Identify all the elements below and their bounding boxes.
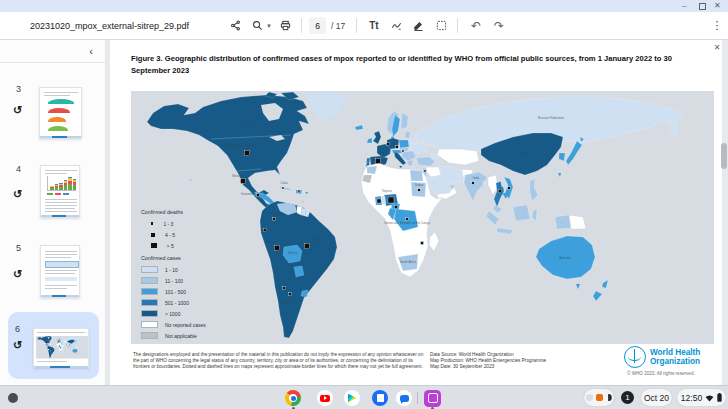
swatch-11-100 <box>141 277 158 285</box>
rotate-page-4-icon[interactable]: ↺ <box>13 189 22 200</box>
swatch-501-1000 <box>141 299 158 307</box>
svg-text:Democratic Republic of the Con: Democratic Republic of the Congo <box>384 221 430 225</box>
svg-text:United States of America: United States of America <box>226 144 259 148</box>
text-annotation-icon[interactable]: Tt <box>366 12 382 39</box>
rotate-page-5-icon[interactable]: ↺ <box>13 269 22 280</box>
notification-counter[interactable]: 1 <box>621 391 634 404</box>
legend-cases-row: 11 - 100 <box>141 275 206 286</box>
toolbar-separator <box>457 18 458 33</box>
window-titlebar: – ✕ <box>0 0 728 12</box>
page-5-thumbnail[interactable] <box>40 245 80 298</box>
launcher-icon[interactable] <box>8 393 18 403</box>
swatch-101-500 <box>141 288 158 296</box>
legend-deaths-row: 1 - 3 <box>141 218 206 229</box>
legend-deaths-row: > 5 <box>141 240 206 251</box>
svg-text:Bolivia: Bolivia <box>289 251 298 255</box>
tray-app-pill[interactable] <box>584 389 614 406</box>
swatch-1-10 <box>141 266 158 274</box>
page-4-thumbnail[interactable] <box>40 165 80 218</box>
svg-text:Sudan: Sudan <box>415 183 424 187</box>
legend-deaths-row: 4 - 5 <box>141 229 206 240</box>
page-6-thumbnail[interactable] <box>33 328 89 368</box>
restore-icon[interactable] <box>699 3 706 10</box>
legend-deaths-title: Confirmed deaths <box>141 209 206 215</box>
date-pill[interactable]: Oct 20 <box>641 389 672 406</box>
close-window-icon[interactable]: ✕ <box>714 1 721 11</box>
chat-app-icon[interactable] <box>396 390 412 406</box>
who-copyright: © WHO 2023. All rights reserved. <box>627 371 695 376</box>
legend-cases-title: Confirmed cases <box>141 255 206 261</box>
gallery-app-icon[interactable] <box>424 390 441 407</box>
toolbar-separator <box>356 18 357 33</box>
toolbar-separator <box>301 18 302 33</box>
svg-text:Argentina: Argentina <box>282 300 295 304</box>
svg-text:China: China <box>521 152 529 156</box>
zoom-icon[interactable] <box>250 12 264 39</box>
vertical-scrollbar[interactable] <box>721 143 727 169</box>
close-icon[interactable]: ✕ <box>711 42 723 54</box>
who-logo-icon <box>624 346 646 368</box>
swatch-no-cases <box>141 321 158 329</box>
svg-text:Brazil: Brazil <box>313 238 321 242</box>
share-icon[interactable] <box>228 12 242 39</box>
death-marker-medium <box>151 233 155 237</box>
svg-text:Cuba: Cuba <box>280 181 288 185</box>
svg-text:Peru: Peru <box>268 240 275 244</box>
belarus <box>409 138 417 144</box>
death-marker-small <box>151 222 153 224</box>
undo-icon[interactable]: ↶ <box>468 12 484 39</box>
tray-muted-icon <box>586 394 593 401</box>
svg-text:Russian Federation: Russian Federation <box>538 116 564 120</box>
legend-cases-row: 501 - 1000 <box>141 297 206 308</box>
page-3-number: 3 <box>16 84 21 94</box>
redo-icon[interactable]: ↷ <box>491 12 507 39</box>
uruguay <box>301 290 308 297</box>
legend-cases-row: > 1000 <box>141 308 206 319</box>
swatch-not-applicable <box>141 332 158 340</box>
page-5-number: 5 <box>16 243 21 253</box>
legend-cases-row: No reported cases <box>141 319 206 330</box>
world-map: CanadaUnited States of AmericaMexicoCuba… <box>131 91 714 344</box>
legend-cases-row: 101 - 500 <box>141 286 206 297</box>
thumbnail-sidebar: ‹ 3 ↺ 4 ↺ 5 ↺ <box>0 40 106 385</box>
page-number-input[interactable]: 6 <box>309 17 326 34</box>
tray-orange-icon <box>596 394 603 401</box>
svg-text:India: India <box>473 176 480 180</box>
more-menu-icon[interactable]: ⋮ <box>711 12 723 39</box>
shelf-separator <box>417 392 418 404</box>
document-filename: 20231020_mpox_external-sitrep_29.pdf <box>30 12 189 39</box>
svg-text:South Africa: South Africa <box>400 260 417 264</box>
death-marker-large <box>151 243 157 249</box>
draw-icon[interactable] <box>389 12 403 39</box>
map-legend: Confirmed deaths 1 - 3 4 - 5 > 5 Confirm… <box>141 209 206 341</box>
finland <box>401 113 408 129</box>
rotate-page-3-icon[interactable]: ↺ <box>13 105 22 116</box>
chrome-icon[interactable] <box>285 390 301 406</box>
who-logo-text: World Health Organization <box>650 349 700 367</box>
svg-text:Nigeria: Nigeria <box>382 189 392 193</box>
clock-label: 12:50 <box>681 393 702 403</box>
egypt <box>410 170 423 181</box>
page-total-label: / 17 <box>331 12 345 39</box>
youtube-icon[interactable] <box>317 390 333 406</box>
collapse-sidebar-icon[interactable]: ‹ <box>89 44 93 58</box>
svg-text:Mexico: Mexico <box>232 174 242 178</box>
page-3-thumbnail[interactable] <box>39 87 82 139</box>
signature-icon[interactable] <box>411 12 425 39</box>
rotate-page-6-icon[interactable]: ↺ <box>13 340 22 351</box>
legend-cases-row: 1 - 10 <box>141 264 206 275</box>
files-app-icon[interactable] <box>372 390 388 406</box>
svg-text:Australia: Australia <box>559 256 571 260</box>
svg-text:Canada: Canada <box>244 120 255 124</box>
zoom-caret-icon[interactable]: ▾ <box>264 12 274 39</box>
world-map-figure: CanadaUnited States of AmericaMexicoCuba… <box>131 91 714 344</box>
swatch-gt-1000 <box>141 310 158 318</box>
google-play-icon[interactable] <box>344 390 360 406</box>
page-4-number: 4 <box>16 164 21 174</box>
status-tray[interactable]: 12:50 <box>677 389 726 406</box>
minimize-icon[interactable]: – <box>682 1 686 11</box>
screenshot-select-icon[interactable] <box>434 12 448 39</box>
print-icon[interactable] <box>278 12 292 39</box>
tray-crescent-icon <box>605 394 612 401</box>
svg-text:Colombia: Colombia <box>272 212 285 216</box>
